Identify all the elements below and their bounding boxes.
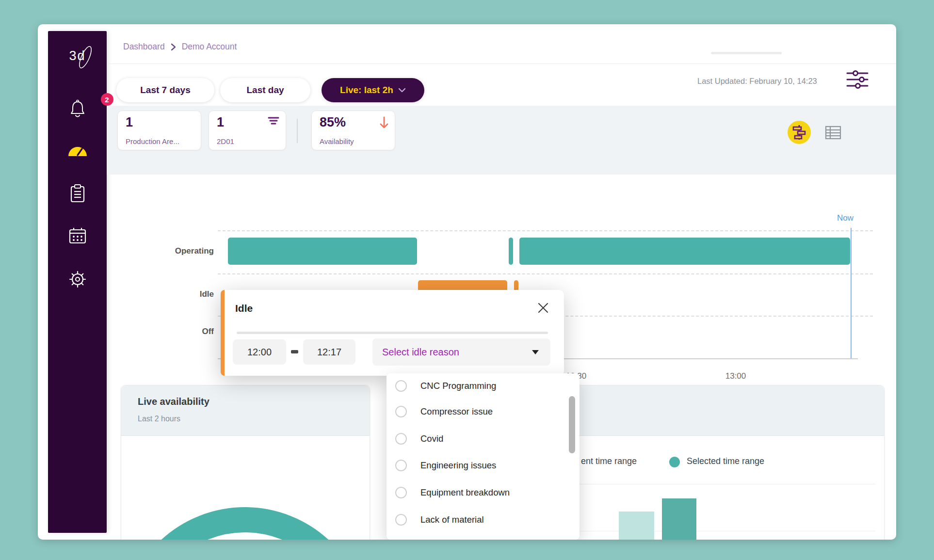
filter-live-label: Live: last 2h [340,85,393,96]
idle-reason-modal: Idle 12:00 12:17 Select idle reason [221,290,564,376]
modal-accent-bar [221,290,225,376]
brand-logo-ellipse-icon [76,43,95,72]
dropdown-option-compressor-issue[interactable]: Compressor issue [386,402,569,421]
operating-segment-bar[interactable] [519,238,850,265]
gridline [218,273,873,274]
brand-logo: 3d [48,48,107,64]
table-view-icon [825,124,841,141]
filter-last-day-button[interactable]: Last day [220,78,310,102]
select-caret-icon [532,350,539,354]
modal-range-track[interactable] [237,332,548,334]
legend-selected-dot [669,457,680,467]
dropdown-option-engineering-issues[interactable]: Engineering issues [386,456,569,475]
card-title: Live availability [138,396,209,407]
filter-last-7-days-label: Last 7 days [140,85,191,96]
filter-live-dropdown-button[interactable]: Live: last 2h [322,78,424,102]
gantt-view-icon [792,124,806,141]
card-subtitle: Last 2 hours [138,415,180,423]
stat-divider [297,119,298,143]
end-time-input[interactable]: 12:17 [303,339,355,365]
stat-value: 85% [320,115,346,130]
option-label: Engineering issues [420,460,496,471]
option-label: Covid [420,433,443,444]
gauge-icon [67,144,88,157]
sidebar: 3d 2 [48,31,107,533]
radio-icon [395,487,407,498]
time-range-dash [291,350,298,353]
operating-segment-bar[interactable] [228,238,417,265]
breadcrumb: Dashboard Demo Account [123,42,237,52]
filter-last-day-label: Last day [246,85,284,96]
option-label: Lack of material [420,514,484,525]
option-label: Compressor issue [420,406,493,417]
select-placeholder: Select idle reason [382,347,459,358]
table-view-toggle-button[interactable] [825,124,841,141]
row-label-operating: Operating [156,246,214,256]
dropdown-option-equipment-breakdown[interactable]: Equipment breakdown [386,483,569,502]
dropdown-option-covid[interactable]: Covid [386,429,569,448]
chevron-right-icon [171,43,176,51]
start-time-input[interactable]: 12:00 [233,339,286,365]
gear-icon [68,270,87,289]
breadcrumb-dashboard[interactable]: Dashboard [123,42,165,52]
radio-icon [395,514,407,526]
radio-icon [395,460,407,471]
live-availability-card: Live availability Last 2 hours [121,385,370,540]
idle-reason-select[interactable]: Select idle reason [372,338,550,366]
last-updated-text: Last Updated: February 10, 14:23 [697,77,828,86]
legend-selected-time-range-label: Selected time range [687,456,764,466]
notification-count-badge: 2 [101,93,113,106]
operating-segment-bar[interactable] [509,238,513,265]
stat-label: Production Are... [126,137,196,145]
filter-last-7-days-button[interactable]: Last 7 days [116,78,214,102]
sidebar-item-schedule[interactable] [48,227,107,244]
card-header [121,385,370,436]
scrollbar-remnant [711,52,782,54]
radio-icon [395,406,407,417]
stat-label: Availability [320,137,390,145]
chevron-down-icon [398,88,406,93]
selected-range-bar [662,498,696,540]
sidebar-item-reports[interactable] [48,183,107,204]
trend-down-arrow-icon [380,116,388,130]
filter-lines-icon [268,116,279,125]
stat-value: 1 [217,115,224,130]
dashboard-settings-button[interactable] [845,69,870,91]
stat-value: 1 [126,115,133,130]
sidebar-item-settings[interactable] [48,270,107,289]
option-label: Equipment breakdown [420,487,510,498]
dropdown-option-lack-of-material[interactable]: Lack of material [386,510,569,529]
close-button[interactable] [537,302,549,314]
sliders-icon [845,69,870,91]
dropdown-scrollbar-thumb[interactable] [569,396,575,453]
stat-card-machine[interactable]: 1 2D01 [209,111,286,150]
bell-icon [69,99,86,117]
idle-reason-dropdown: CNC Programming Compressor issue Covid E… [386,373,580,540]
gridline [218,230,873,231]
header-divider [107,64,896,64]
now-marker-line [851,228,852,358]
sidebar-item-dashboard[interactable] [48,144,107,157]
calendar-icon [68,227,87,244]
breadcrumb-demo-account[interactable]: Demo Account [182,42,237,52]
option-label: CNC Programming [420,381,496,391]
legend-current-time-range-label: ent time range [581,456,637,466]
row-label-off: Off [156,327,214,336]
radio-icon [395,433,407,445]
axis-tick-1300: 13:00 [719,371,753,381]
clipboard-icon [69,183,86,204]
stat-card-production-area[interactable]: 1 Production Are... [117,111,201,150]
current-range-bar [619,512,654,540]
radio-icon [395,380,407,392]
sidebar-item-notifications[interactable]: 2 [48,99,107,119]
stat-card-availability[interactable]: 85% Availability [311,111,395,150]
close-icon [537,302,549,314]
app-window: 3d 2 [38,24,896,540]
gantt-view-toggle-button[interactable] [788,121,811,144]
modal-title: Idle [235,303,253,314]
row-label-idle: Idle [156,289,214,299]
stat-label: 2D01 [217,137,281,145]
dropdown-option-cnc-programming[interactable]: CNC Programming [386,376,569,396]
availability-donut-chart [121,507,369,540]
now-marker-label: Now [837,213,853,223]
